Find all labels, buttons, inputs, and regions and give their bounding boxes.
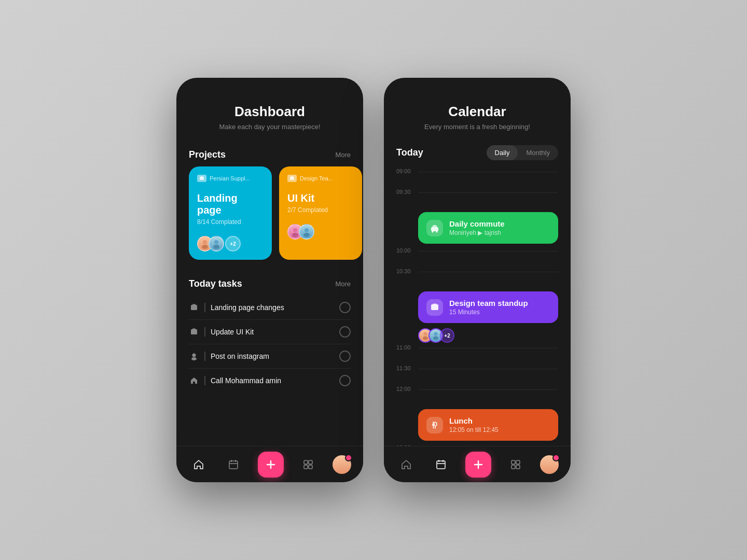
nav-grid-button[interactable] <box>298 454 319 475</box>
time-label-1130: 11:30 <box>396 366 415 371</box>
svg-rect-28 <box>431 227 438 231</box>
svg-rect-1 <box>201 176 203 177</box>
calendar-subtitle: Every moment is a fresh beginning! <box>396 123 558 131</box>
svg-rect-48 <box>511 460 515 464</box>
project-1-name: Persian Suppl... <box>210 175 250 181</box>
task-3-icon <box>189 351 199 361</box>
time-line-1100 <box>418 348 558 348</box>
project-card-2[interactable]: Design Tea... UI Kit 2/7 Complated <box>279 166 362 260</box>
standup-avatars: +2 <box>418 328 558 343</box>
svg-rect-15 <box>192 329 196 330</box>
svg-point-17 <box>191 357 197 360</box>
calendar-title: Calendar <box>396 104 558 120</box>
cal-nav-calendar-button[interactable] <box>431 454 451 475</box>
task-item-3[interactable]: Post on instagram <box>189 344 351 369</box>
nav-avatar-button[interactable] <box>333 455 351 474</box>
project-2-avatars <box>287 224 354 240</box>
projects-list: Persian Suppl... Landing page 8/14 Compl… <box>176 166 363 270</box>
svg-point-33 <box>424 332 427 336</box>
svg-point-30 <box>436 231 438 232</box>
svg-point-9 <box>292 233 298 237</box>
timeline: 09:00 09:30 Daily c <box>384 169 571 446</box>
svg-point-8 <box>293 228 297 232</box>
task-1-name: Landing page changes <box>211 303 334 312</box>
svg-point-2 <box>203 240 207 244</box>
event-lunch[interactable]: Lunch 12:05 on till 12:45 <box>418 409 558 441</box>
svg-rect-7 <box>291 176 293 177</box>
task-2-icon <box>189 327 199 337</box>
calendar-content: Calendar Every moment is a fresh beginni… <box>384 78 571 446</box>
lunch-subtitle: 12:05 on till 12:45 <box>449 426 550 433</box>
nav-add-button[interactable] <box>258 452 284 478</box>
time-label-1030: 10:30 <box>396 269 415 274</box>
svg-rect-50 <box>511 465 515 469</box>
svg-rect-18 <box>229 461 238 469</box>
commute-title: Daily commute <box>449 219 550 228</box>
time-label-0930: 09:30 <box>396 189 415 195</box>
task-2-check[interactable] <box>339 326 351 338</box>
project-1-avatars: +2 <box>197 236 264 251</box>
cal-nav-home-button[interactable] <box>396 454 417 475</box>
task-3-check[interactable] <box>339 351 351 362</box>
task-1-divider <box>204 303 205 312</box>
projects-more[interactable]: More <box>335 151 351 159</box>
tasks-label: Today tasks <box>189 278 242 289</box>
svg-point-10 <box>305 228 309 232</box>
time-line-1200 <box>418 389 558 390</box>
time-row-0930: 09:30 <box>396 189 558 210</box>
project-card-1[interactable]: Persian Suppl... Landing page 8/14 Compl… <box>189 166 272 260</box>
project-1-icon <box>197 175 206 182</box>
dashboard-title: Dashboard <box>189 104 351 120</box>
event-daily-commute[interactable]: Daily commute Moniriyeh ▶ tajrish <box>418 212 558 244</box>
svg-rect-51 <box>516 465 520 469</box>
time-line-1000 <box>418 251 558 251</box>
task-item-2[interactable]: Update UI Kit <box>189 320 351 344</box>
time-row-1030: 10:30 <box>396 269 558 289</box>
task-3-divider <box>204 352 205 361</box>
time-row-1100: 11:00 <box>396 345 558 366</box>
task-item-1[interactable]: Landing page changes <box>189 296 351 320</box>
time-label-1200: 12:00 <box>396 386 415 392</box>
calendar-header: Calendar Every moment is a fresh beginni… <box>384 78 571 141</box>
time-label-1000: 10:00 <box>396 248 415 254</box>
lunch-icon <box>426 417 443 433</box>
lunch-title: Lunch <box>449 416 550 425</box>
time-row-1000: 10:00 <box>396 248 558 269</box>
project-2-completed: 2/7 Complated <box>287 206 354 214</box>
svg-rect-26 <box>304 465 308 469</box>
nav-home-button[interactable] <box>188 454 209 475</box>
time-label-1100: 11:00 <box>396 345 415 351</box>
svg-rect-27 <box>309 465 312 469</box>
commute-icon <box>426 220 443 236</box>
tasks-more[interactable]: More <box>335 280 351 288</box>
task-4-check[interactable] <box>339 375 351 386</box>
task-item-4[interactable]: Call Mohammad amin <box>189 369 351 393</box>
time-line-0930 <box>418 192 558 193</box>
task-2-name: Update UI Kit <box>211 328 334 336</box>
project-2-icon <box>287 175 297 182</box>
commute-info: Daily commute Moniriyeh ▶ tajrish <box>449 219 550 236</box>
project-2-name: Design Tea... <box>300 175 333 181</box>
svg-point-16 <box>192 354 196 357</box>
standup-avatar-count: +2 <box>440 328 454 343</box>
commute-subtitle: Moniriyeh ▶ tajrish <box>449 229 550 236</box>
svg-point-3 <box>202 245 208 249</box>
monthly-view-button[interactable]: Monthly <box>518 145 558 160</box>
cal-nav-grid-button[interactable] <box>505 454 526 475</box>
cal-nav-add-button[interactable] <box>465 452 491 478</box>
task-1-check[interactable] <box>339 302 351 313</box>
nav-calendar-button[interactable] <box>223 454 244 475</box>
project-card-2-header: Design Tea... <box>287 175 354 182</box>
time-row-1200: 12:00 <box>396 386 558 407</box>
standup-subtitle: 15 Minutes <box>449 309 550 316</box>
cal-nav-avatar-button[interactable] <box>540 455 559 474</box>
project-1-title: Landing page <box>197 192 264 216</box>
tasks-section-header: Today tasks More <box>176 270 363 296</box>
svg-point-29 <box>432 231 434 232</box>
time-row-0900: 09:00 <box>396 169 558 189</box>
daily-view-button[interactable]: Daily <box>487 145 518 160</box>
event-design-standup[interactable]: Design team standup 15 Minutes <box>418 291 558 323</box>
time-label-0900: 09:00 <box>396 169 415 174</box>
dashboard-subtitle: Make each day your masterpiece! <box>189 123 351 131</box>
standup-icon <box>426 299 443 316</box>
